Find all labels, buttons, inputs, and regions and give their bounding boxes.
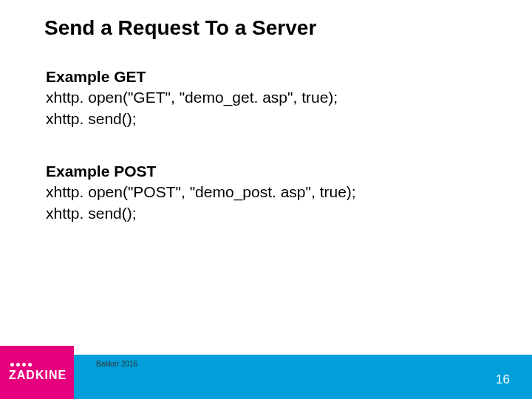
example-get-block: Example GET xhttp. open("GET", "demo_get… (46, 66, 338, 129)
example-get-code-line-1: xhttp. open("GET", "demo_get. asp", true… (46, 87, 338, 108)
logo-dots-icon (10, 363, 74, 366)
author-text: Bakker 2016 (96, 360, 137, 368)
example-post-block: Example POST xhttp. open("POST", "demo_p… (46, 161, 356, 224)
example-post-code-line-2: xhttp. send(); (46, 203, 356, 224)
example-post-code-line-1: xhttp. open("POST", "demo_post. asp", tr… (46, 182, 356, 202)
footer-bar (0, 355, 532, 399)
example-post-label: Example POST (46, 161, 356, 182)
page-number: 16 (496, 372, 510, 387)
logo-block: ZADKINE (0, 346, 74, 399)
slide: Send a Request To a Server Example GET x… (0, 0, 532, 399)
example-get-code-line-2: xhttp. send(); (46, 109, 338, 129)
example-get-label: Example GET (46, 66, 338, 87)
slide-title: Send a Request To a Server (44, 16, 316, 40)
logo-text: ZADKINE (9, 369, 74, 382)
